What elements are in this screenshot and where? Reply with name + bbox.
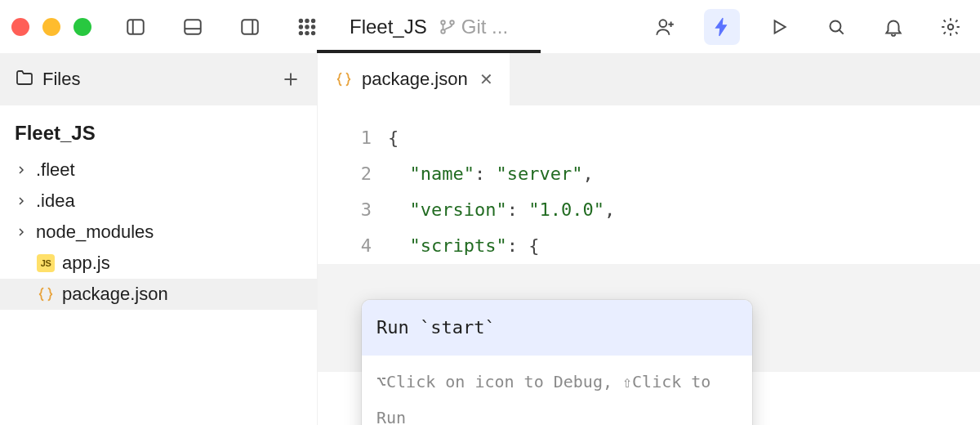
tree-item-node-modules[interactable]: node_modules: [0, 217, 317, 248]
gear-icon[interactable]: [933, 9, 969, 45]
code-area[interactable]: 1{ 2 "name": "server", 3 "version": "1.0…: [318, 105, 980, 425]
line-number: 3: [321, 192, 388, 228]
traffic-lights: [11, 18, 91, 36]
chevron-right-icon: [15, 226, 29, 239]
code-line: 1{: [318, 120, 980, 156]
svg-point-6: [299, 19, 302, 22]
svg-point-14: [311, 31, 314, 34]
branch-icon: [439, 18, 457, 36]
titlebar: Fleet_JS Git ...: [0, 0, 980, 53]
code-line: 3 "version": "1.0.0",: [318, 192, 980, 228]
js-file-icon: JS: [36, 253, 56, 273]
line-number: 4: [321, 228, 388, 264]
sidebar: Files Fleet_JS .fleet .idea: [0, 53, 317, 425]
project-root[interactable]: Fleet_JS: [0, 117, 317, 154]
add-button[interactable]: [273, 61, 309, 97]
project-name[interactable]: Fleet_JS: [350, 16, 427, 38]
svg-line-23: [840, 29, 844, 34]
git-menu[interactable]: Git ...: [439, 16, 508, 38]
folder-icon: [15, 68, 34, 92]
tabstrip: package.json ✕: [318, 53, 980, 105]
zoom-window-button[interactable]: [74, 18, 91, 36]
svg-point-17: [450, 20, 454, 25]
svg-point-9: [299, 25, 302, 28]
run-popup-action[interactable]: Run `start`: [362, 300, 752, 356]
svg-rect-4: [242, 20, 258, 34]
run-popup: Run `start` ⌥Click on icon to Debug, ⇧Cl…: [362, 300, 752, 425]
svg-point-8: [311, 19, 314, 22]
tree-item-label: .idea: [36, 190, 75, 212]
tree-item-label: package.json: [62, 284, 168, 305]
chevron-right-icon: [15, 163, 29, 177]
svg-point-16: [441, 29, 445, 34]
tree-item-label: app.js: [62, 253, 110, 274]
tree-item-fleet[interactable]: .fleet: [0, 154, 317, 186]
tab-label: package.json: [362, 69, 468, 90]
bell-icon[interactable]: [875, 9, 911, 45]
json-file-icon: [36, 284, 56, 304]
grid-icon[interactable]: [289, 9, 325, 45]
file-tree: Fleet_JS .fleet .idea node_modules: [0, 105, 317, 321]
svg-point-15: [441, 20, 445, 25]
tree-item-package-json[interactable]: package.json: [0, 279, 317, 310]
sidebar-header: Files: [0, 53, 317, 105]
svg-point-24: [948, 24, 954, 29]
editor-pane: package.json ✕ 1{ 2 "name": "server", 3 …: [317, 53, 980, 425]
tab-package-json[interactable]: package.json ✕: [318, 53, 510, 105]
tree-item-label: .fleet: [36, 159, 75, 181]
line-number: 2: [321, 156, 388, 192]
tree-item-idea[interactable]: .idea: [0, 186, 317, 217]
bolt-icon[interactable]: [704, 9, 740, 45]
run-popup-hint: ⌥Click on icon to Debug, ⇧Click to Run: [362, 356, 752, 425]
svg-point-18: [660, 20, 667, 27]
search-icon[interactable]: [818, 9, 854, 45]
panel-right-icon[interactable]: [232, 9, 268, 45]
svg-point-13: [305, 31, 309, 34]
svg-point-10: [305, 25, 309, 28]
minimize-window-button[interactable]: [42, 18, 60, 36]
git-placeholder-text: Git ...: [461, 16, 508, 38]
close-icon[interactable]: ✕: [479, 69, 493, 89]
svg-rect-2: [185, 20, 201, 34]
svg-point-22: [830, 20, 840, 31]
svg-marker-21: [775, 20, 786, 33]
sidebar-header-label: Files: [42, 69, 273, 90]
code-line: 2 "name": "server",: [318, 156, 980, 192]
tree-item-label: node_modules: [36, 221, 154, 243]
svg-point-7: [305, 19, 309, 22]
tree-item-app-js[interactable]: JS app.js: [0, 248, 317, 279]
close-window-button[interactable]: [11, 18, 29, 36]
svg-point-11: [311, 25, 314, 28]
json-file-icon: [334, 69, 354, 89]
main-split: Files Fleet_JS .fleet .idea: [0, 53, 980, 425]
code-line: 4 "scripts": {: [318, 228, 980, 264]
svg-point-12: [299, 31, 302, 34]
panel-left-icon[interactable]: [118, 9, 154, 45]
add-user-icon[interactable]: [647, 9, 683, 45]
chevron-right-icon: [15, 195, 29, 208]
panel-bottom-icon[interactable]: [175, 9, 211, 45]
line-number: 1: [321, 120, 388, 156]
svg-rect-0: [127, 20, 144, 34]
run-icon[interactable]: [761, 9, 797, 45]
